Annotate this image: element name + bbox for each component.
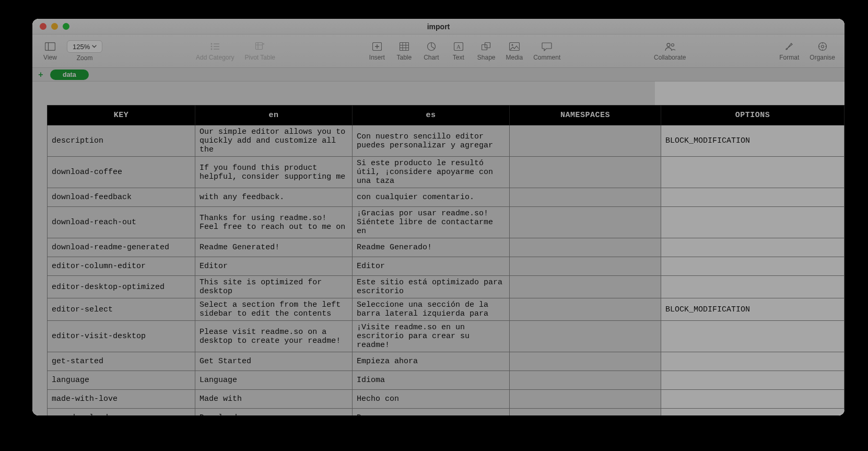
text-button[interactable]: A Text bbox=[446, 40, 471, 62]
cell-en[interactable]: Made with bbox=[195, 390, 353, 409]
table-row[interactable]: nav-downloadDownloadDescargar bbox=[48, 409, 844, 416]
cell-opt[interactable] bbox=[661, 409, 844, 416]
cell-opt[interactable] bbox=[661, 238, 844, 257]
cell-en[interactable]: Select a section from the left sidebar t… bbox=[195, 298, 353, 321]
cell-ns[interactable] bbox=[509, 125, 661, 157]
cell-en[interactable]: This site is optimized for desktop bbox=[195, 276, 353, 298]
cell-en[interactable]: with any feedback. bbox=[195, 188, 353, 207]
cell-en[interactable]: Language bbox=[195, 371, 353, 390]
cell-key[interactable]: language bbox=[48, 371, 195, 390]
table-row[interactable]: editor-column-editorEditorEditor bbox=[48, 257, 844, 276]
view-button[interactable]: View bbox=[38, 40, 63, 62]
cell-en[interactable]: Please visit readme.so on a desktop to c… bbox=[195, 321, 353, 352]
pivot-table-button[interactable]: Pivot Table bbox=[240, 40, 279, 62]
cell-ns[interactable] bbox=[509, 352, 661, 371]
cell-ns[interactable] bbox=[509, 276, 661, 298]
cell-key[interactable]: download-reach-out bbox=[48, 207, 195, 238]
cell-ns[interactable] bbox=[509, 207, 661, 238]
fullscreen-icon[interactable] bbox=[63, 23, 69, 30]
cell-en[interactable]: Our simple editor allows you to quickly … bbox=[195, 125, 353, 157]
zoom-pill[interactable]: 125% bbox=[67, 40, 102, 53]
organise-button[interactable]: Organise bbox=[805, 40, 839, 62]
cell-key[interactable]: made-with-love bbox=[48, 390, 195, 409]
cell-es[interactable]: Este sitio está optimizado para escritor… bbox=[352, 276, 509, 298]
insert-button[interactable]: Insert bbox=[365, 40, 390, 62]
cell-opt[interactable] bbox=[661, 390, 844, 409]
cell-key[interactable]: editor-visit-desktop bbox=[48, 321, 195, 352]
cell-ns[interactable] bbox=[509, 238, 661, 257]
table-row[interactable]: download-coffeeIf you found this product… bbox=[48, 157, 844, 188]
col-es[interactable]: es bbox=[352, 106, 509, 125]
cell-ns[interactable] bbox=[509, 298, 661, 321]
cell-es[interactable]: Con nuestro sencillo editor puedes perso… bbox=[352, 125, 509, 157]
cell-key[interactable]: editor-select bbox=[48, 298, 195, 321]
cell-key[interactable]: download-readme-generated bbox=[48, 238, 195, 257]
table-row[interactable]: get-startedGet StartedEmpieza ahora bbox=[48, 352, 844, 371]
chart-button[interactable]: Chart bbox=[419, 40, 444, 62]
media-button[interactable]: Media bbox=[502, 40, 527, 62]
table-row[interactable]: download-reach-outThanks for using readm… bbox=[48, 207, 844, 238]
col-en[interactable]: en bbox=[195, 106, 353, 125]
cell-es[interactable]: ¡Gracias por usar readme.so! Siéntete li… bbox=[352, 207, 509, 238]
table-row[interactable]: made-with-loveMade withHecho con bbox=[48, 390, 844, 409]
cell-key[interactable]: editor-column-editor bbox=[48, 257, 195, 276]
col-key[interactable]: KEY bbox=[48, 106, 195, 125]
cell-opt[interactable] bbox=[661, 276, 844, 298]
cell-es[interactable]: Si este producto le resultó útil, ¡consi… bbox=[352, 157, 509, 188]
zoom-control[interactable]: 125% Zoom bbox=[63, 39, 107, 63]
cell-opt[interactable] bbox=[661, 157, 844, 188]
cell-opt[interactable] bbox=[661, 188, 844, 207]
comment-button[interactable]: Comment bbox=[529, 40, 565, 62]
table-row[interactable]: editor-visit-desktopPlease visit readme.… bbox=[48, 321, 844, 352]
cell-opt[interactable] bbox=[661, 207, 844, 238]
add-category-button[interactable]: Add Category bbox=[192, 40, 238, 62]
cell-es[interactable]: Hecho con bbox=[352, 390, 509, 409]
shape-button[interactable]: Shape bbox=[473, 40, 500, 62]
cell-en[interactable]: Download bbox=[195, 409, 353, 416]
cell-en[interactable]: If you found this product helpful, consi… bbox=[195, 157, 353, 188]
table-row[interactable]: download-readme-generatedReadme Generate… bbox=[48, 238, 844, 257]
cell-key[interactable]: nav-download bbox=[48, 409, 195, 416]
cell-opt[interactable]: BLOCK_MODIFICATION bbox=[661, 125, 844, 157]
cell-ns[interactable] bbox=[509, 409, 661, 416]
cell-es[interactable]: Idioma bbox=[352, 371, 509, 390]
data-table[interactable]: KEY en es NAMESPACES OPTIONS description… bbox=[47, 105, 844, 415]
cell-opt[interactable] bbox=[661, 257, 844, 276]
cell-es[interactable]: Editor bbox=[352, 257, 509, 276]
cell-es[interactable]: ¡Visite readme.so en un escritorio para … bbox=[352, 321, 509, 352]
cell-opt[interactable] bbox=[661, 321, 844, 352]
cell-key[interactable]: download-feedback bbox=[48, 188, 195, 207]
cell-opt[interactable] bbox=[661, 352, 844, 371]
cell-ns[interactable] bbox=[509, 371, 661, 390]
cell-ns[interactable] bbox=[509, 157, 661, 188]
minimize-icon[interactable] bbox=[51, 23, 58, 30]
cell-ns[interactable] bbox=[509, 321, 661, 352]
cell-en[interactable]: Get Started bbox=[195, 352, 353, 371]
cell-key[interactable]: description bbox=[48, 125, 195, 157]
col-opt[interactable]: OPTIONS bbox=[661, 106, 844, 125]
cell-es[interactable]: con cualquier comentario. bbox=[352, 188, 509, 207]
add-sheet-button[interactable]: + bbox=[34, 70, 47, 80]
cell-es[interactable]: Readme Generado! bbox=[352, 238, 509, 257]
table-row[interactable]: editor-selectSelect a section from the l… bbox=[48, 298, 844, 321]
cell-key[interactable]: get-started bbox=[48, 352, 195, 371]
close-icon[interactable] bbox=[40, 23, 46, 30]
col-ns[interactable]: NAMESPACES bbox=[509, 106, 661, 125]
table-row[interactable]: languageLanguageIdioma bbox=[48, 371, 844, 390]
cell-es[interactable]: Seleccione una sección de la barra later… bbox=[352, 298, 509, 321]
cell-es[interactable]: Empieza ahora bbox=[352, 352, 509, 371]
cell-opt[interactable] bbox=[661, 371, 844, 390]
table-row[interactable]: download-feedbackwith any feedback.con c… bbox=[48, 188, 844, 207]
table-button[interactable]: Table bbox=[392, 40, 417, 62]
cell-ns[interactable] bbox=[509, 257, 661, 276]
cell-opt[interactable]: BLOCK_MODIFICATION bbox=[661, 298, 844, 321]
table-row[interactable]: editor-desktop-optimizedThis site is opt… bbox=[48, 276, 844, 298]
cell-key[interactable]: download-coffee bbox=[48, 157, 195, 188]
cell-en[interactable]: Thanks for using readme.so! Feel free to… bbox=[195, 207, 353, 238]
cell-key[interactable]: editor-desktop-optimized bbox=[48, 276, 195, 298]
cell-en[interactable]: Readme Generated! bbox=[195, 238, 353, 257]
table-row[interactable]: descriptionOur simple editor allows you … bbox=[48, 125, 844, 157]
cell-ns[interactable] bbox=[509, 188, 661, 207]
cell-ns[interactable] bbox=[509, 390, 661, 409]
canvas[interactable]: KEY en es NAMESPACES OPTIONS description… bbox=[32, 82, 844, 415]
